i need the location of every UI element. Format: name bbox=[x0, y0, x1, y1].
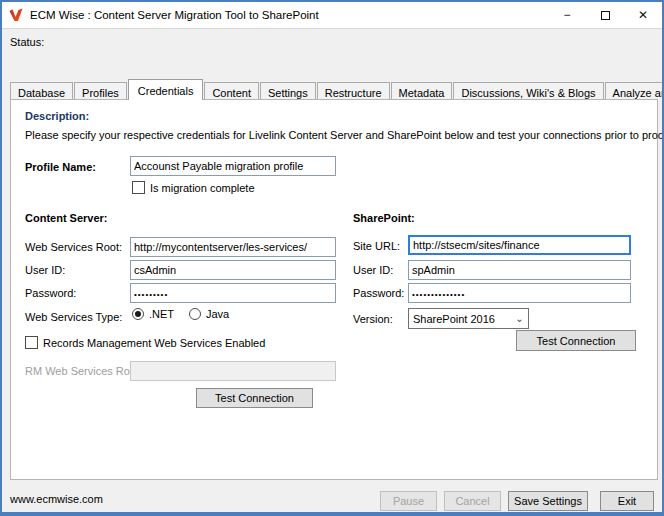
close-button[interactable]: ✕ bbox=[624, 2, 662, 28]
cs-user-id-label: User ID: bbox=[25, 264, 65, 276]
chevron-down-icon: ⌄ bbox=[511, 313, 528, 324]
sp-user-id-input[interactable] bbox=[408, 260, 631, 280]
tab-content[interactable]: Content bbox=[204, 82, 259, 100]
radio-icon bbox=[189, 308, 201, 320]
is-migration-complete-checkbox[interactable]: Is migration complete bbox=[132, 181, 255, 194]
sp-user-id-label: User ID: bbox=[353, 264, 393, 276]
cs-web-services-type-label: Web Services Type: bbox=[25, 311, 122, 323]
checkbox-icon bbox=[132, 181, 145, 194]
tab-credentials[interactable]: Credentials bbox=[128, 79, 204, 100]
sp-version-label: Version: bbox=[353, 313, 393, 325]
cs-web-services-root-input[interactable] bbox=[130, 237, 336, 257]
sharepoint-heading: SharePoint: bbox=[353, 212, 415, 224]
tab-restructure[interactable]: Restructure bbox=[317, 82, 390, 100]
sp-password-label: Password: bbox=[353, 287, 404, 299]
sp-version-dropdown[interactable]: SharePoint 2016 ⌄ bbox=[408, 308, 529, 329]
rm-enabled-checkbox[interactable]: Records Management Web Services Enabled bbox=[25, 336, 265, 349]
is-migration-complete-label: Is migration complete bbox=[150, 182, 255, 194]
radio-icon bbox=[132, 308, 144, 320]
minimize-button[interactable]: − bbox=[548, 2, 586, 28]
rm-enabled-label: Records Management Web Services Enabled bbox=[43, 337, 265, 349]
window-title: ECM Wise : Content Server Migration Tool… bbox=[30, 9, 319, 21]
sp-test-connection-button[interactable]: Test Connection bbox=[516, 330, 636, 351]
profile-name-label: Profile Name: bbox=[25, 161, 96, 173]
exit-button[interactable]: Exit bbox=[600, 491, 654, 511]
cs-password-label: Password: bbox=[25, 287, 76, 299]
sp-site-url-label: Site URL: bbox=[353, 240, 400, 252]
maximize-icon bbox=[601, 11, 610, 20]
sp-password-input[interactable] bbox=[408, 283, 631, 303]
content-server-heading: Content Server: bbox=[25, 212, 108, 224]
checkbox-icon bbox=[25, 336, 38, 349]
credentials-tab-page: Description: Please specify your respect… bbox=[10, 99, 658, 480]
status-label: Status: bbox=[10, 36, 44, 48]
tab-profiles[interactable]: Profiles bbox=[74, 82, 127, 100]
rm-web-services-root-label: RM Web Services Root: bbox=[25, 365, 142, 377]
ws-type-java-label: Java bbox=[206, 308, 229, 320]
sp-version-value: SharePoint 2016 bbox=[413, 313, 495, 325]
tab-strip: Database Profiles Credentials Content Se… bbox=[10, 80, 654, 100]
description-heading: Description: bbox=[25, 110, 89, 122]
ws-type-dotnet-radio[interactable]: .NET bbox=[132, 308, 174, 320]
description-text: Please specify your respective credentia… bbox=[25, 129, 664, 141]
website-link[interactable]: www.ecmwise.com bbox=[10, 493, 103, 505]
rm-web-services-root-input bbox=[130, 361, 336, 381]
tab-metadata[interactable]: Metadata bbox=[391, 82, 453, 100]
pause-button[interactable]: Pause bbox=[380, 491, 437, 511]
cs-web-services-root-label: Web Services Root: bbox=[25, 241, 122, 253]
ws-type-java-radio[interactable]: Java bbox=[189, 308, 229, 320]
app-logo-icon bbox=[8, 7, 24, 23]
cs-password-input[interactable] bbox=[130, 283, 336, 303]
title-bar: ECM Wise : Content Server Migration Tool… bbox=[2, 2, 662, 29]
tab-discussions-wikis-blogs[interactable]: Discussions, Wiki's & Blogs bbox=[453, 82, 603, 100]
app-window: ECM Wise : Content Server Migration Tool… bbox=[0, 0, 664, 516]
sp-site-url-input[interactable] bbox=[408, 235, 631, 255]
ws-type-dotnet-label: .NET bbox=[149, 308, 174, 320]
profile-name-input[interactable] bbox=[130, 156, 336, 176]
maximize-button[interactable] bbox=[586, 2, 624, 28]
tab-settings[interactable]: Settings bbox=[260, 82, 316, 100]
cs-test-connection-button[interactable]: Test Connection bbox=[196, 388, 313, 408]
tab-database[interactable]: Database bbox=[10, 82, 73, 100]
tab-analyze-and-migrate[interactable]: Analyze and Migrate bbox=[605, 82, 664, 100]
save-settings-button[interactable]: Save Settings bbox=[508, 491, 588, 511]
cancel-button[interactable]: Cancel bbox=[444, 491, 501, 511]
cs-user-id-input[interactable] bbox=[130, 260, 336, 280]
